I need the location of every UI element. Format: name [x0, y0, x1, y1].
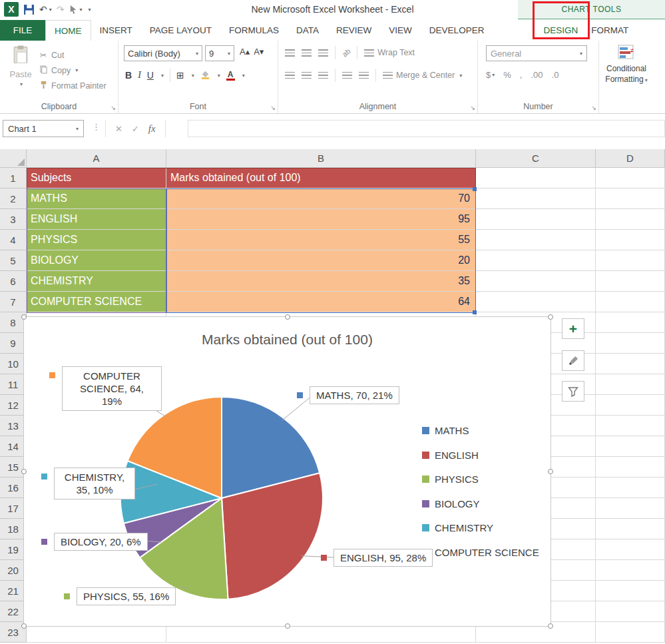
enter-icon[interactable]: ✓	[132, 124, 139, 134]
cell-B7[interactable]: 64	[166, 292, 476, 312]
merge-center-button[interactable]: Merge & Center ▾	[383, 71, 462, 80]
cell-D3[interactable]	[596, 209, 665, 230]
wrap-text-button[interactable]: Wrap Text	[364, 48, 415, 57]
cell-D1[interactable]	[596, 168, 665, 188]
accounting-format-button[interactable]: $▾	[486, 70, 495, 80]
cell-D18[interactable]	[596, 519, 665, 539]
tab-page-layout[interactable]: PAGE LAYOUT	[141, 20, 220, 41]
paste-button[interactable]: Paste ▾	[4, 45, 37, 97]
align-right-icon[interactable]	[318, 72, 328, 79]
chart-resize-handle[interactable]	[21, 314, 27, 320]
row-header-12[interactable]: 12	[0, 395, 27, 416]
align-center-icon[interactable]	[302, 72, 312, 79]
cell-C6[interactable]	[476, 271, 596, 292]
cell-D4[interactable]	[596, 230, 665, 250]
range-fill-handle[interactable]	[473, 187, 477, 191]
number-dialog-launcher-icon[interactable]: ↘	[591, 105, 596, 111]
column-header-a[interactable]: A	[27, 149, 166, 168]
cell-D17[interactable]	[596, 498, 665, 519]
data-label-computer-science[interactable]: COMPUTER SCIENCE, 64, 19%	[49, 366, 162, 411]
number-format-select[interactable]: General ▾	[486, 45, 587, 61]
legend-item-computer-science[interactable]: COMPUTER SCIENCE	[422, 547, 539, 558]
format-as-table-button[interactable]: Fo	[655, 45, 665, 75]
row-header-4[interactable]: 4	[0, 230, 27, 250]
cell-D8[interactable]	[596, 312, 665, 333]
cell-C2[interactable]	[476, 188, 596, 209]
tab-format[interactable]: FORMAT	[584, 20, 635, 41]
decrease-font-size-icon[interactable]: A▾	[254, 47, 264, 57]
cell-D9[interactable]	[596, 333, 665, 354]
range-fill-handle[interactable]	[473, 310, 477, 314]
row-header-6[interactable]: 6	[0, 271, 27, 292]
conditional-formatting-button[interactable]: ≠ Conditional Formatting▾	[602, 45, 651, 84]
column-header-c[interactable]: C	[476, 149, 596, 168]
cell-D19[interactable]	[596, 539, 665, 560]
cell-C5[interactable]	[476, 250, 596, 271]
chart-resize-handle[interactable]	[21, 623, 27, 629]
data-label-english[interactable]: ENGLISH, 95, 28%	[321, 549, 433, 567]
row-header-19[interactable]: 19	[0, 539, 27, 560]
tab-file[interactable]: FILE	[0, 20, 45, 41]
increase-indent-icon[interactable]	[359, 72, 369, 79]
row-header-11[interactable]: 11	[0, 374, 27, 395]
legend-item-biology[interactable]: BIOLOGY	[422, 498, 480, 509]
tab-view[interactable]: VIEW	[380, 20, 421, 41]
cell-D6[interactable]	[596, 271, 665, 292]
bottom-align-icon[interactable]	[318, 49, 328, 57]
tab-review[interactable]: REVIEW	[328, 20, 380, 41]
row-header-18[interactable]: 18	[0, 519, 27, 539]
clipboard-dialog-launcher-icon[interactable]: ↘	[111, 105, 116, 111]
cell-D2[interactable]	[596, 188, 665, 209]
legend-item-english[interactable]: ENGLISH	[422, 450, 479, 461]
data-label-physics[interactable]: PHYSICS, 55, 16%	[64, 587, 176, 605]
row-header-3[interactable]: 3	[0, 209, 27, 230]
cell-D14[interactable]	[596, 436, 665, 457]
row-header-14[interactable]: 14	[0, 436, 27, 457]
chart-styles-button[interactable]	[562, 350, 584, 371]
row-header-17[interactable]: 17	[0, 498, 27, 519]
cell-D22[interactable]	[596, 601, 665, 622]
row-header-21[interactable]: 21	[0, 581, 27, 601]
formula-bar-resize-handle[interactable]: ⋮	[92, 122, 101, 132]
cell-C1[interactable]	[476, 168, 596, 188]
cell-D7[interactable]	[596, 292, 665, 312]
tab-data[interactable]: DATA	[288, 20, 328, 41]
cell-D23[interactable]	[596, 622, 665, 643]
copy-button[interactable]: Copy ▾	[39, 63, 117, 78]
increase-font-size-icon[interactable]: A▴	[240, 47, 250, 57]
chart-filters-button[interactable]	[562, 381, 584, 402]
fill-color-icon[interactable]	[200, 69, 210, 81]
cell-B5[interactable]: 20	[166, 250, 476, 271]
tab-formulas[interactable]: FORMULAS	[220, 20, 288, 41]
top-align-icon[interactable]	[285, 49, 295, 57]
data-label-biology[interactable]: BIOLOGY, 20, 6%	[41, 533, 148, 551]
data-label-chemistry[interactable]: CHEMISTRY, 35, 10%	[41, 468, 135, 499]
comma-style-button[interactable]: ,	[520, 70, 523, 80]
pie-chart[interactable]: Marks obtained (out of 100) MATHS, 70, 2…	[23, 316, 551, 627]
column-header-b[interactable]: B	[166, 149, 476, 168]
legend-item-maths[interactable]: MATHS	[422, 425, 469, 436]
middle-align-icon[interactable]	[302, 49, 312, 57]
cell-A4[interactable]: PHYSICS	[27, 230, 166, 250]
underline-button[interactable]: U	[147, 70, 154, 81]
alignment-dialog-launcher-icon[interactable]: ↘	[470, 105, 475, 111]
formula-input[interactable]	[188, 120, 665, 137]
cell-C7[interactable]	[476, 292, 596, 312]
row-header-1[interactable]: 1	[0, 168, 27, 188]
cell-A6[interactable]: CHEMISTRY	[27, 271, 166, 292]
cell-B4[interactable]: 55	[166, 230, 476, 250]
cell-D13[interactable]	[596, 416, 665, 436]
cell-D21[interactable]	[596, 581, 665, 601]
insert-function-icon[interactable]: fx	[148, 123, 156, 135]
decrease-decimal-button[interactable]: .0	[552, 70, 559, 80]
cell-C4[interactable]	[476, 230, 596, 250]
cell-A7[interactable]: COMPUTER SCIENCE	[27, 292, 166, 312]
chart-resize-handle[interactable]	[548, 314, 553, 320]
cell-B1[interactable]: Marks obtained (out of 100)	[166, 168, 476, 188]
cell-B2[interactable]: 70	[166, 188, 476, 209]
percent-style-button[interactable]: %	[503, 70, 511, 80]
cell-D15[interactable]	[596, 457, 665, 478]
legend-item-chemistry[interactable]: CHEMISTRY	[422, 522, 493, 533]
row-header-13[interactable]: 13	[0, 416, 27, 436]
cell-D20[interactable]	[596, 560, 665, 581]
